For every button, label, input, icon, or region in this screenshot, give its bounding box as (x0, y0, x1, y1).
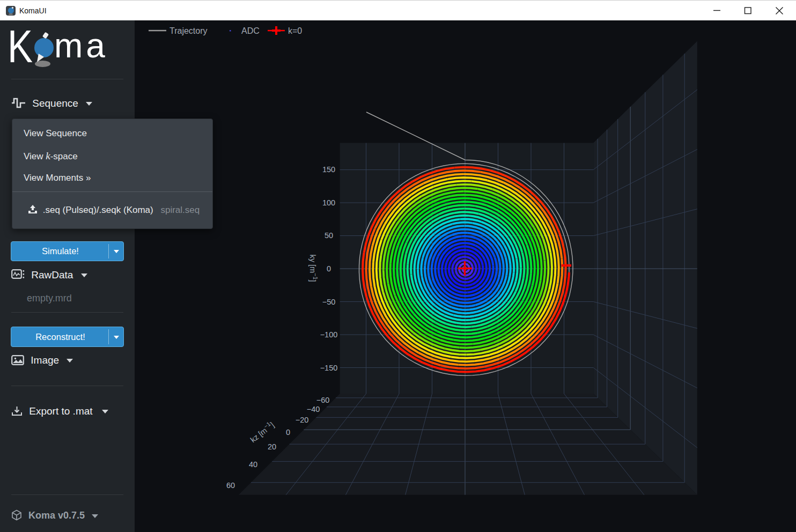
svg-text:60: 60 (226, 481, 235, 490)
svg-text:−150: −150 (320, 364, 338, 372)
svg-text:0: 0 (327, 264, 331, 273)
svg-text:−40: −40 (307, 405, 320, 413)
svg-text:−50: −50 (322, 298, 336, 306)
svg-text:100: 100 (322, 198, 335, 207)
svg-text:ADC: ADC (241, 26, 260, 35)
svg-text:0: 0 (286, 428, 290, 437)
svg-text:Trajectory: Trajectory (169, 26, 208, 35)
svg-text:−100: −100 (320, 330, 338, 339)
svg-text:20: 20 (268, 442, 276, 451)
svg-text:−60: −60 (316, 396, 330, 404)
svg-text:ky [m−1]: ky [m−1] (308, 254, 319, 282)
svg-text:−20: −20 (296, 416, 309, 424)
svg-text:kz [m−1]: kz [m−1] (248, 419, 276, 445)
svg-text:150: 150 (322, 165, 335, 174)
svg-text:50: 50 (325, 231, 333, 240)
svg-text:k=0: k=0 (288, 26, 302, 35)
svg-text:40: 40 (249, 460, 257, 469)
